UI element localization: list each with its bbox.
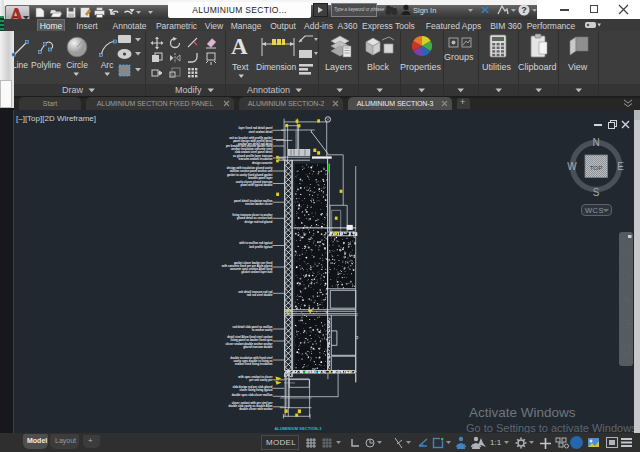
svg-text:double spec slab closer mullio: double spec slab closer mullion	[232, 393, 273, 397]
svg-text:ALUMINIUM SECTION-3: ALUMINIUM SECTION-3	[274, 426, 322, 431]
svg-text:bracket panel layer: bracket panel layer	[248, 176, 272, 180]
svg-text:per unit cavity per: per unit cavity per	[249, 378, 272, 382]
svg-text:bolt profile typical: bolt profile typical	[249, 245, 272, 249]
svg-text:closer fixing fixing typical: closer fixing fixing typical	[239, 388, 272, 392]
svg-text:sealant fixed fixing insulatio: sealant fixed fixing insulation	[235, 362, 273, 366]
svg-text:double closer with anchor: double closer with anchor	[239, 407, 272, 411]
svg-text:slab sealant steel panel detai: slab sealant steel panel detail	[235, 150, 273, 154]
svg-text:to anchor cavity: to anchor cavity	[252, 328, 273, 332]
svg-text:design rod rod glazed: design rod rod glazed	[245, 220, 273, 224]
svg-text:rod rod steel double: rod rod steel double	[247, 293, 273, 297]
svg-text:gasket sealant layer bolt: gasket sealant layer bolt	[241, 270, 272, 274]
svg-text:section backer closer: section backer closer	[245, 202, 273, 206]
svg-text:panel with typical double: panel with typical double	[241, 183, 273, 187]
svg-text:glazed transom double: glazed transom double	[243, 345, 273, 349]
svg-text:steel sealant detail: steel sealant detail	[249, 130, 273, 134]
svg-text:design concrete: design concrete	[252, 161, 273, 165]
